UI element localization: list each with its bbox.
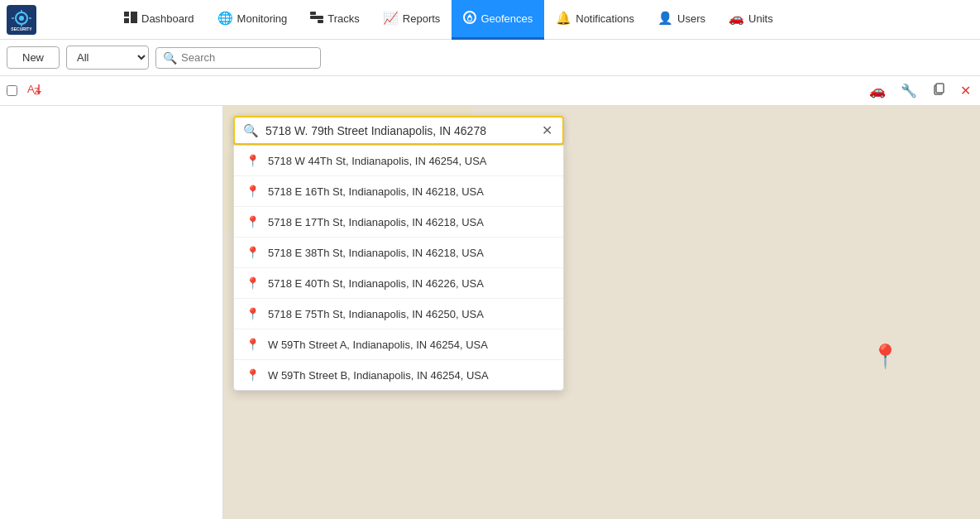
nav-dashboard[interactable]: Dashboard [112, 0, 206, 40]
map-marker: 📍 [871, 343, 900, 370]
pin-icon-2: 📍 [246, 215, 260, 228]
sidebar [0, 106, 223, 519]
svg-rect-5 [124, 18, 129, 23]
reports-icon: 📈 [383, 11, 399, 26]
svg-rect-8 [310, 16, 323, 19]
sort-icon[interactable]: A Z [27, 83, 42, 99]
search-clear-button[interactable]: ✕ [540, 123, 554, 138]
nav-units-label: Units [748, 12, 773, 25]
car-tool-icon[interactable]: 🚗 [867, 80, 888, 101]
top-navigation: SECURITY Dashboard 🌐 Monitoring Tracks 📈… [0, 0, 980, 40]
search-result-1[interactable]: 📍 5718 E 16Th St, Indianapolis, IN 46218… [234, 176, 563, 207]
nav-monitoring[interactable]: 🌐 Monitoring [206, 0, 299, 40]
search-overlay-input[interactable] [265, 124, 533, 137]
pin-icon-4: 📍 [246, 276, 260, 290]
nav-dashboard-label: Dashboard [141, 12, 194, 25]
search-overlay: 🔍 ✕ 📍 5718 W 44Th St, Indianapolis, IN 4… [233, 116, 564, 391]
map-area[interactable]: Woodland Way W 46th St W 44Th St W 43rd … [223, 106, 980, 519]
nav-users-label: Users [677, 12, 705, 25]
toolbar: New All 🔍 [0, 40, 980, 76]
svg-rect-9 [318, 20, 323, 23]
main-layout: Woodland Way W 46th St W 44Th St W 43rd … [0, 106, 980, 519]
geofences-icon [463, 11, 476, 26]
delete-tool-icon[interactable]: ✕ [958, 80, 973, 101]
search-input[interactable] [181, 51, 313, 64]
notifications-icon: 🔔 [556, 11, 571, 26]
pin-icon-5: 📍 [246, 307, 260, 320]
nav-users[interactable]: 👤 Users [646, 0, 717, 40]
svg-point-2 [19, 16, 24, 21]
nav-geofences[interactable]: Geofences [452, 0, 544, 40]
search-result-text-1: 5718 E 16Th St, Indianapolis, IN 46218, … [268, 185, 484, 198]
search-result-text-0: 5718 W 44Th St, Indianapolis, IN 46254, … [268, 155, 487, 167]
search-result-2[interactable]: 📍 5718 E 17Th St, Indianapolis, IN 46218… [234, 207, 563, 238]
pin-icon-6: 📍 [246, 338, 260, 351]
monitoring-icon: 🌐 [218, 11, 233, 26]
svg-rect-4 [124, 12, 129, 17]
search-result-0[interactable]: 📍 5718 W 44Th St, Indianapolis, IN 46254… [234, 146, 563, 176]
search-container: 🔍 [155, 47, 321, 69]
nav-geofences-label: Geofences [480, 12, 533, 25]
nav-reports-label: Reports [403, 12, 441, 25]
wrench-tool-icon[interactable]: 🔧 [898, 80, 920, 101]
nav-tracks-label: Tracks [327, 12, 360, 25]
dashboard-icon [124, 12, 137, 26]
new-button[interactable]: New [7, 46, 60, 69]
svg-point-11 [468, 17, 471, 21]
search-icon: 🔍 [163, 51, 177, 65]
users-icon: 👤 [657, 11, 673, 26]
logo-icon: SECURITY [7, 5, 36, 35]
search-result-6[interactable]: 📍 W 59Th Street A, Indianapolis, IN 4625… [234, 329, 563, 360]
nav-monitoring-label: Monitoring [237, 12, 288, 25]
nav-units[interactable]: 🚗 Units [717, 0, 785, 40]
search-result-7[interactable]: 📍 W 59Th Street B, Indianapolis, IN 4625… [234, 360, 563, 390]
pin-icon-0: 📍 [246, 154, 260, 167]
filter-select[interactable]: All [66, 46, 149, 70]
search-result-text-4: 5718 E 40Th St, Indianapolis, IN 46226, … [268, 277, 484, 290]
nav-notifications[interactable]: 🔔 Notifications [544, 0, 646, 40]
search-result-text-2: 5718 E 17Th St, Indianapolis, IN 46218, … [268, 216, 484, 228]
search-result-text-6: W 59Th Street A, Indianapolis, IN 46254,… [268, 339, 488, 351]
search-result-text-5: 5718 E 75Th St, Indianapolis, IN 46250, … [268, 308, 484, 320]
nav-tracks[interactable]: Tracks [299, 0, 371, 40]
search-overlay-input-container: 🔍 ✕ [233, 116, 564, 145]
search-result-text-7: W 59Th Street B, Indianapolis, IN 46254,… [268, 369, 489, 382]
search-dropdown: 📍 5718 W 44Th St, Indianapolis, IN 46254… [233, 145, 564, 391]
secondary-toolbar: A Z 🚗 🔧 ✕ [0, 76, 980, 106]
copy-tool-icon[interactable] [930, 80, 948, 102]
tracks-icon [310, 12, 323, 26]
search-overlay-icon: 🔍 [243, 123, 259, 138]
nav-reports[interactable]: 📈 Reports [371, 0, 452, 40]
units-icon: 🚗 [729, 11, 744, 26]
search-result-3[interactable]: 📍 5718 E 38Th St, Indianapolis, IN 46218… [234, 238, 563, 268]
svg-text:SECURITY: SECURITY [11, 26, 32, 31]
svg-rect-17 [936, 84, 944, 93]
nav-notifications-label: Notifications [576, 12, 634, 25]
search-result-5[interactable]: 📍 5718 E 75Th St, Indianapolis, IN 46250… [234, 299, 563, 329]
select-all-checkbox[interactable] [7, 85, 17, 96]
logo: SECURITY [7, 5, 106, 35]
search-result-text-3: 5718 E 38Th St, Indianapolis, IN 46218, … [268, 247, 484, 259]
svg-rect-6 [131, 12, 137, 23]
svg-rect-7 [310, 12, 316, 15]
pin-icon-3: 📍 [246, 246, 260, 259]
search-result-4[interactable]: 📍 5718 E 40Th St, Indianapolis, IN 46226… [234, 268, 563, 299]
pin-icon-1: 📍 [246, 185, 260, 198]
pin-icon-7: 📍 [246, 368, 260, 382]
